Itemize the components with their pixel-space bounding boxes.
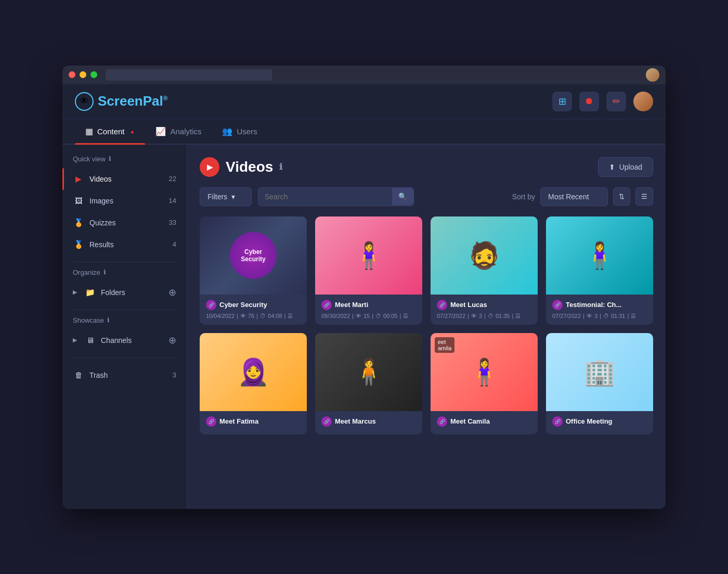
filters-dropdown[interactable]: Filters ▾ xyxy=(200,187,252,206)
menu-icon[interactable]: ☰ xyxy=(288,313,293,320)
screenshot-button[interactable]: ⊞ xyxy=(552,92,572,111)
video-title: Meet Marti xyxy=(335,301,368,309)
filters-row: Filters ▾ 🔍 Sort by Most Recent ⇅ ☰ xyxy=(200,187,653,206)
showcase-section: Showcase ℹ xyxy=(62,316,187,329)
folders-add-icon[interactable]: ⊕ xyxy=(168,287,176,298)
menu-icon[interactable]: ☰ xyxy=(631,313,636,320)
results-icon: 🏅 xyxy=(73,239,84,250)
page-title: Videos xyxy=(226,159,273,175)
maximize-button[interactable] xyxy=(90,71,97,78)
link-icon: 🔗 xyxy=(552,300,563,310)
videos-title: ▶ Videos ℹ xyxy=(200,157,282,177)
sidebar: Quick view ℹ ▶ Videos 22 🖼 Images 14 🏅 Q… xyxy=(62,145,187,509)
search-input[interactable] xyxy=(258,188,392,206)
url-bar[interactable] xyxy=(106,69,272,81)
sidebar-divider-2 xyxy=(73,310,176,310)
users-icon: 👥 xyxy=(222,126,232,136)
tab-users-label: Users xyxy=(237,127,257,136)
channels-expand-icon[interactable]: ▶ xyxy=(73,337,77,343)
clock-icon: ⏱ xyxy=(488,313,493,319)
video-title-row: 🔗 Meet Fatima xyxy=(206,416,301,427)
images-icon: 🖼 xyxy=(73,195,84,207)
video-info-lucas: 🔗 Meet Lucas 07/27/2022 | 👁 3 | ⏱ 01:35 … xyxy=(431,295,538,325)
content-icon: ▦ xyxy=(85,126,93,136)
video-info-testimonial: 🔗 Testimonial: Ch... 07/27/2022 | 👁 3 | … xyxy=(546,295,653,325)
sidebar-trash-count: 3 xyxy=(173,371,176,379)
video-card-cyber-security[interactable]: CyberSecurity 🔗 Cyber Security 10/04/202… xyxy=(200,216,307,325)
folders-expand-icon[interactable]: ▶ xyxy=(73,289,77,296)
video-thumbnail-camila: eetamila 🧍‍♀️ xyxy=(431,333,538,411)
video-card-testimonial[interactable]: 🧍‍♀️ 🔗 Testimonial: Ch... 07/27/2022 | 👁… xyxy=(546,216,653,325)
video-meta: 07/27/2022 | 👁 3 | ⏱ 01:35 | ☰ xyxy=(437,313,531,320)
header-actions: ⊞ ⏺ ✏ xyxy=(552,92,653,111)
upload-icon: ⬆ xyxy=(609,163,615,171)
organize-label: Organize xyxy=(73,269,100,276)
sidebar-images-count: 14 xyxy=(169,197,176,205)
sidebar-item-trash[interactable]: 🗑 Trash 3 xyxy=(62,364,187,386)
link-icon: 🔗 xyxy=(437,416,447,427)
search-button[interactable]: 🔍 xyxy=(392,188,413,205)
video-date: 07/27/2022 xyxy=(552,313,581,319)
video-card-fatima[interactable]: 🧕 🔗 Meet Fatima xyxy=(200,333,307,435)
video-info-camila: 🔗 Meet Camila xyxy=(431,411,538,435)
record-button[interactable]: ⏺ xyxy=(579,92,599,111)
main-layout: Quick view ℹ ▶ Videos 22 🖼 Images 14 🏅 Q… xyxy=(62,145,666,509)
overlay-text: eetamila xyxy=(435,337,454,353)
video-title: Cyber Security xyxy=(219,301,267,309)
quickview-label: Quick view xyxy=(73,155,106,163)
video-meta: 10/04/2022 | 👁 76 | ⏱ 04:08 | ☰ xyxy=(206,313,301,320)
upload-button[interactable]: ⬆ Upload xyxy=(598,157,653,177)
sidebar-item-images[interactable]: 🖼 Images 14 xyxy=(62,190,187,212)
video-card-marcus[interactable]: 🧍 🔗 Meet Marcus xyxy=(315,333,422,435)
tab-content[interactable]: ▦ Content ▲ xyxy=(75,119,145,144)
sort-dropdown[interactable]: Most Recent xyxy=(540,187,608,206)
video-card-meet-lucas[interactable]: 🧔 🔗 Meet Lucas 07/27/2022 | 👁 3 | xyxy=(431,216,538,325)
video-thumbnail-lucas: 🧔 xyxy=(431,216,538,295)
close-button[interactable] xyxy=(69,71,75,78)
sidebar-item-videos[interactable]: ▶ Videos 22 xyxy=(62,168,187,190)
video-thumbnail-fatima: 🧕 xyxy=(200,333,307,411)
tab-analytics[interactable]: 📈 Analytics xyxy=(145,119,212,144)
tab-users[interactable]: 👥 Users xyxy=(212,119,267,144)
cyber-bubble: CyberSecurity xyxy=(230,232,277,279)
link-icon: 🔗 xyxy=(321,416,332,427)
videos-info-icon[interactable]: ℹ xyxy=(279,162,282,172)
video-card-office[interactable]: 🏢 🔗 Office Meeting xyxy=(546,333,653,435)
sidebar-item-quizzes[interactable]: 🏅 Quizzes 33 xyxy=(62,212,187,234)
list-view-button[interactable]: ☰ xyxy=(635,187,653,206)
menu-icon[interactable]: ☰ xyxy=(403,313,408,320)
video-title: Office Meeting xyxy=(566,417,613,425)
quickview-info-icon[interactable]: ℹ xyxy=(109,155,111,162)
edit-button[interactable]: ✏ xyxy=(606,92,626,111)
menu-icon[interactable]: ☰ xyxy=(515,313,521,320)
chevron-down-icon: ▾ xyxy=(231,193,235,201)
showcase-label: Showcase xyxy=(73,316,104,324)
sidebar-quizzes-count: 33 xyxy=(169,219,176,226)
user-avatar[interactable] xyxy=(633,92,653,111)
sidebar-item-folders[interactable]: ▶ 📁 Folders ⊕ xyxy=(62,282,187,303)
titlebar-avatar[interactable] xyxy=(646,68,659,82)
showcase-info-icon[interactable]: ℹ xyxy=(107,316,110,324)
video-thumbnail-marti: 🧍‍♀️ xyxy=(315,216,422,295)
folders-icon: 📁 xyxy=(84,287,96,298)
sidebar-folders-label: Folders xyxy=(101,288,125,297)
minimize-button[interactable] xyxy=(80,71,86,78)
filters-label: Filters xyxy=(207,193,227,201)
video-views: 3 xyxy=(594,313,597,319)
quickview-section: Quick view ℹ xyxy=(62,155,187,168)
video-title: Meet Fatima xyxy=(219,417,258,425)
logo-icon: 👁 xyxy=(75,92,94,111)
video-info-marcus: 🔗 Meet Marcus xyxy=(315,411,422,435)
video-card-camila[interactable]: eetamila 🧍‍♀️ 🔗 Meet Camila xyxy=(431,333,538,435)
organize-info-icon[interactable]: ℹ xyxy=(103,269,106,276)
sort-direction-button[interactable]: ⇅ xyxy=(613,187,630,206)
video-title-row: 🔗 Meet Marcus xyxy=(321,416,416,427)
channels-add-icon[interactable]: ⊕ xyxy=(168,335,176,346)
video-title-row: 🔗 Meet Marti xyxy=(321,300,416,310)
sidebar-videos-label: Videos xyxy=(89,175,112,183)
sort-area: Sort by Most Recent ⇅ ☰ xyxy=(512,187,653,206)
sidebar-item-results[interactable]: 🏅 Results 4 xyxy=(62,234,187,256)
views-icon: 👁 xyxy=(471,313,477,319)
sidebar-item-channels[interactable]: ▶ 🖥 Channels ⊕ xyxy=(62,329,187,351)
video-card-meet-marti[interactable]: 🧍‍♀️ 🔗 Meet Marti 09/30/2022 | 👁 15 | xyxy=(315,216,422,325)
